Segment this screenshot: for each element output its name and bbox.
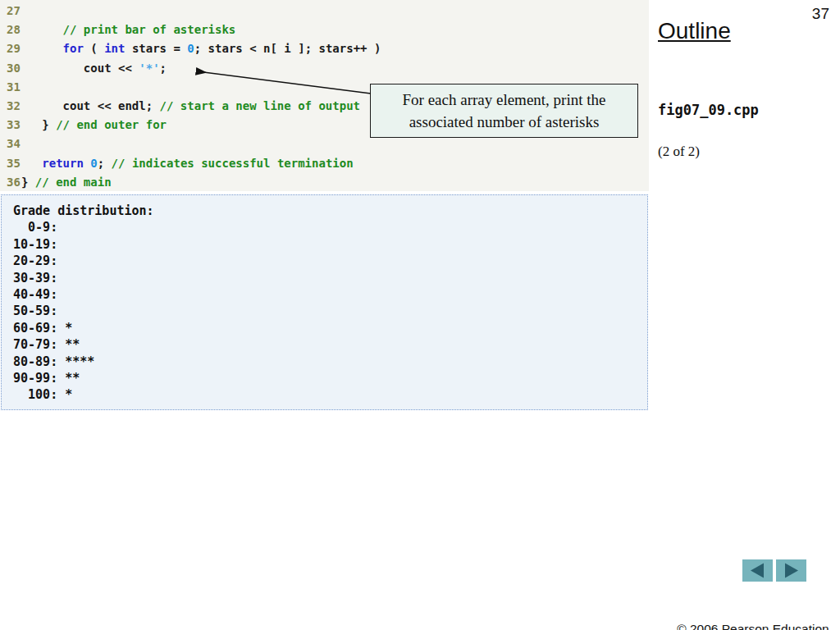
next-slide-button[interactable] (776, 559, 806, 582)
code-text: // print bar of asterisks (21, 23, 235, 36)
line-number: 36 (0, 173, 21, 192)
code-line: 36} // end main (0, 173, 649, 192)
output-line: 70-79: ** (13, 336, 647, 353)
code-line: 27 (0, 2, 649, 21)
line-number: 35 (0, 154, 21, 173)
code-line: 29 for ( int stars = 0; stars < n[ i ]; … (0, 39, 649, 58)
code-line: 28 // print bar of asterisks (0, 21, 649, 39)
output-line: 30-39: (13, 270, 647, 286)
output-line: 90-99: ** (13, 370, 647, 386)
code-text: cout << '*'; (21, 62, 167, 75)
output-line: Grade distribution: (13, 203, 647, 219)
output-line: 10-19: (13, 236, 647, 253)
line-number: 27 (0, 2, 21, 21)
code-text: return 0; // indicates successful termin… (21, 157, 354, 170)
code-text: } // end outer for (21, 118, 167, 131)
copyright-line1: © 2006 Pearson Education, (677, 620, 833, 630)
page-number: 37 (812, 5, 829, 23)
program-output-lines: Grade distribution: 0-9:10-19:20-29:30-3… (13, 203, 647, 404)
figure-part-label: (2 of 2) (658, 144, 700, 160)
line-number: 28 (0, 21, 21, 39)
line-number: 33 (0, 116, 21, 135)
line-number: 34 (0, 135, 21, 153)
line-number: 32 (0, 97, 21, 116)
right-arrow-icon (776, 559, 806, 582)
figure-filename: fig07_09.cpp (658, 102, 759, 118)
output-line: 40-49: (13, 286, 647, 303)
output-line: 50-59: (13, 303, 647, 319)
left-arrow-icon (742, 559, 773, 582)
callout-text-line1: For each array element, print the (403, 89, 606, 111)
callout-arrow (187, 62, 376, 102)
outline-title: Outline (658, 18, 731, 44)
copyright-notice: © 2006 Pearson Education, Inc. All right… (677, 586, 833, 630)
output-line: 80-89: **** (13, 354, 647, 370)
program-output-box: Grade distribution: 0-9:10-19:20-29:30-3… (1, 194, 648, 410)
callout-box: For each array element, print the associ… (370, 84, 638, 138)
callout-text-line2: associated number of asterisks (409, 111, 600, 133)
line-number: 29 (0, 39, 21, 58)
code-line: 35 return 0; // indicates successful ter… (0, 154, 649, 173)
code-text: } // end main (21, 176, 112, 189)
nav-buttons (742, 559, 806, 582)
output-line: 0-9: (13, 219, 647, 235)
prev-slide-button[interactable] (742, 559, 773, 582)
output-line: 20-29: (13, 253, 647, 269)
line-number: 30 (0, 59, 21, 78)
output-line: 100: * (13, 386, 647, 403)
code-text: for ( int stars = 0; stars < n[ i ]; sta… (21, 42, 381, 55)
output-line: 60-69: * (13, 320, 647, 336)
line-number: 31 (0, 78, 21, 97)
